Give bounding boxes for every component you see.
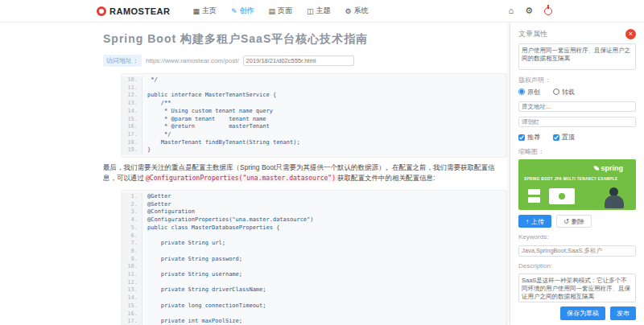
top-navbar: RAMOSTEAR ▦ 主页 ✎ 创作 ▤ 页面 ◫ 主题 ⚙ 系统 ⌂ ⚙: [0, 0, 644, 23]
pages-icon: ▤: [268, 7, 275, 15]
code-line: 15. private long connectionTimeout;: [122, 302, 506, 311]
main-nav: ▦ 主页 ✎ 创作 ▤ 页面 ◫ 主题 ⚙ 系统: [192, 6, 368, 16]
code-line: 13. private String driverClassName;: [122, 286, 506, 294]
nav-item-label: 页面: [278, 6, 292, 16]
thumbnail-label: 缩略图：: [518, 147, 636, 156]
paragraph-text: 获取配置文件中的相关配置信息:: [337, 174, 435, 182]
code-line: 11. private String username;: [122, 271, 506, 279]
code-line: 1.@Getter: [122, 193, 506, 201]
radio-reprint-input[interactable]: [553, 88, 559, 95]
inline-code: @ConfigurationProperties("una.master.dat…: [144, 175, 337, 182]
code-line: 14. * Using custom tenant name query: [122, 108, 506, 116]
system-gear-icon: ⚙: [345, 7, 351, 15]
publish-button[interactable]: 发布: [610, 306, 636, 320]
thumbnail-actions: ↑ 上传 ↺ 删除: [518, 215, 636, 228]
code-line: 17. private int maxPoolSize;: [122, 318, 506, 325]
article-properties-panel: 文章属性 × 用户使用同一套应用程序、且保证用户之间的数据相互隔离 版权声明： …: [510, 23, 644, 325]
code-line: 16.: [122, 311, 506, 319]
url-prefix: https://www.ramostear.com/post/: [146, 57, 239, 64]
description-textarea[interactable]: SaaS是这样一种架构模式：它让多个不同环境的用户使用同一套应用程序、且保证用户…: [518, 274, 636, 302]
delete-button-label: 删除: [572, 217, 584, 226]
thumbnail-art-window: [549, 188, 575, 204]
nav-item-label: 创作: [239, 6, 254, 16]
panel-title: 文章属性: [518, 29, 547, 39]
radio-reprint[interactable]: 转载: [553, 88, 575, 97]
excerpt-textarea[interactable]: 用户使用同一套应用程序、且保证用户之间的数据相互隔离: [518, 43, 636, 70]
nav-item-home[interactable]: ▦ 主页: [192, 6, 217, 16]
code-line: 4.@ConfigurationProperties("una.master.d…: [122, 216, 506, 224]
spring-leaf-icon: [594, 166, 600, 171]
spring-logo: spring: [594, 164, 623, 172]
upload-icon: ↑: [526, 218, 529, 225]
brand-logo-icon: [97, 6, 106, 16]
url-label: 访问地址：: [103, 55, 142, 67]
code-line: 8.: [122, 248, 506, 256]
thumbnail-image: spring SPRING BOOT JPA MULTI TENANCY EXA…: [518, 159, 636, 210]
power-icon[interactable]: [544, 7, 552, 15]
code-line: 6.: [122, 232, 506, 241]
dashboard-icon: ▦: [192, 7, 200, 15]
brand-name: RAMOSTEAR: [109, 6, 170, 16]
copyright-label: 版权声明：: [518, 76, 636, 84]
checkbox-recommend-input[interactable]: [518, 134, 525, 141]
spring-logo-text: spring: [601, 164, 623, 172]
checkbox-top-input[interactable]: [553, 134, 559, 141]
code-line: 7. private String url;: [122, 240, 506, 248]
code-line: 10.: [122, 263, 506, 271]
code-block-2: 1.@Getter2.@Setter3.@Configuration4.@Con…: [121, 190, 507, 325]
nav-item-create[interactable]: ✎ 创作: [231, 6, 254, 16]
thumbnail-art-dot: [559, 193, 565, 200]
code-line: 12.public interface MasterTenantService …: [122, 92, 506, 100]
checkbox-recommend-label: 推荐: [527, 133, 540, 142]
settings-icon[interactable]: ⚙: [525, 6, 533, 15]
code-line: 3.@Configuration: [122, 208, 506, 216]
code-block-1: 10. */11.12.public interface MasterTenan…: [121, 73, 507, 158]
thumbnail-art-server: [528, 189, 540, 195]
nav-item-pages[interactable]: ▤ 页面: [268, 6, 292, 16]
close-icon[interactable]: ×: [625, 29, 636, 39]
code-line: 12.: [122, 279, 506, 287]
code-line: 10. */: [122, 76, 506, 84]
nav-item-label: 主题: [316, 6, 330, 16]
code-line: 16. * @return masterTenant: [122, 123, 506, 131]
code-line: 18. MasterTenant findByTenant(String ten…: [122, 139, 506, 147]
author-input[interactable]: [518, 117, 636, 127]
code-line: 17. */: [122, 131, 506, 139]
save-draft-button[interactable]: 保存为草稿: [560, 306, 605, 320]
panel-footer: 保存为草稿 发布: [518, 302, 636, 320]
source-url-input[interactable]: [518, 101, 636, 112]
flags-checkbox-group: 推荐 置顶: [518, 133, 636, 142]
code-line: 2.@Setter: [122, 201, 506, 209]
radio-reprint-label: 转载: [562, 88, 575, 97]
nav-item-themes[interactable]: ◫ 主题: [307, 6, 331, 16]
checkbox-top[interactable]: 置顶: [553, 133, 575, 142]
checkbox-recommend[interactable]: 推荐: [518, 133, 540, 142]
nav-item-label: 系统: [354, 6, 369, 16]
radio-original-input[interactable]: [518, 88, 525, 95]
person-body: [605, 195, 624, 208]
refresh-icon: ↺: [564, 218, 569, 225]
copyright-radio-group: 原创 转载: [518, 88, 636, 97]
thumbnail-art-person: [602, 187, 626, 210]
radio-original[interactable]: 原创: [518, 88, 540, 97]
code-line: 5.public class MasterDatabaseProperties …: [122, 224, 506, 232]
url-slug-input[interactable]: [243, 56, 354, 66]
post-title: Spring Boot 构建多租户SaaS平台核心技术指南: [103, 32, 507, 47]
code-line: 14.: [122, 294, 506, 302]
home-icon[interactable]: ⌂: [508, 6, 514, 15]
article-paragraph: 最后，我们需要关注的重点是配置主数据库（Spring Boot只需要为其提供一个…: [103, 162, 507, 183]
nav-item-system[interactable]: ⚙ 系统: [345, 6, 368, 16]
post-url-row: 访问地址： https://www.ramostear.com/post/: [103, 55, 507, 67]
radio-original-label: 原创: [527, 88, 540, 97]
thumbnail-caption: SPRING BOOT JPA MULTI TENANCY EXAMPLE: [524, 177, 630, 181]
brand[interactable]: RAMOSTEAR: [97, 6, 170, 16]
description-label: Description:: [518, 262, 636, 269]
code-line: 13. /**: [122, 100, 506, 108]
code-line: 9. private String password;: [122, 256, 506, 264]
navbar-tools: ⌂ ⚙: [508, 6, 552, 15]
upload-button[interactable]: ↑ 上传: [518, 215, 551, 228]
code-line: 15. * @param tenant tenant name: [122, 116, 506, 124]
delete-button[interactable]: ↺ 删除: [556, 215, 592, 228]
keywords-input[interactable]: [518, 245, 636, 256]
nav-item-label: 主页: [202, 6, 217, 16]
